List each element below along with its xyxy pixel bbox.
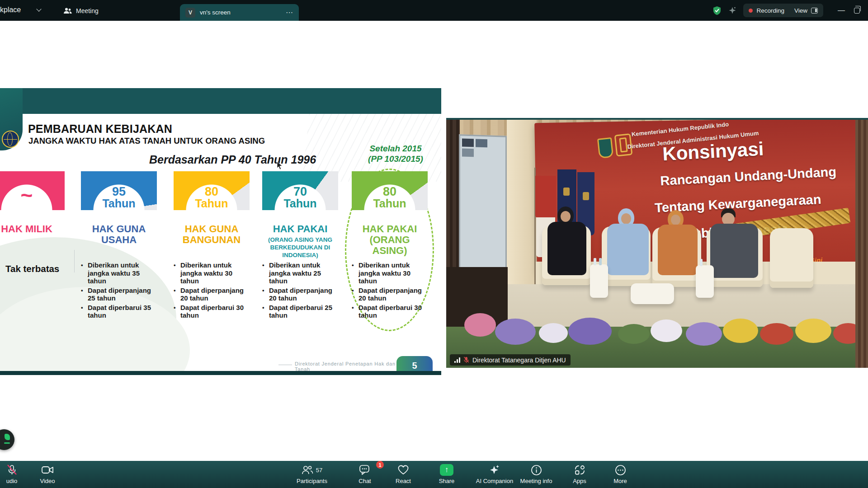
gauge-bullets: Diberikan untuk jangka waktu 35 tahunDap… — [81, 261, 159, 321]
gauge-row: ~ HAK MILIK Tak terbatas 95 Tahun HAK GU… — [0, 88, 441, 375]
column-divider — [74, 250, 75, 272]
heart-icon — [397, 465, 409, 475]
view-layout-icon[interactable] — [811, 8, 818, 14]
projection-screen — [459, 134, 507, 272]
title-bar: kplace Meeting V vn's screen ⋯ Recording… — [0, 0, 868, 21]
workspace-label[interactable]: kplace — [0, 6, 21, 14]
audio-level-icon — [454, 357, 460, 363]
gauge-column: ~ HAK MILIK Tak terbatas — [0, 88, 68, 375]
ai-companion-button[interactable]: AI Companion — [474, 464, 515, 486]
gauge-value: ~ — [0, 189, 68, 204]
gauge-bullets: Diberikan untuk jangka waktu 30 tahunDap… — [174, 261, 251, 321]
gauge-value-number: 80 — [205, 185, 218, 198]
mic-muted-icon — [463, 357, 469, 363]
tab-options-icon[interactable]: ⋯ — [286, 8, 293, 17]
info-icon — [531, 465, 542, 476]
gauge-value-unit: Tahun — [195, 197, 228, 210]
tab-vns-screen[interactable]: V vn's screen ⋯ — [180, 4, 299, 21]
participants-count: 57 — [316, 467, 322, 474]
flower-blob — [651, 319, 682, 342]
window-minimize-button[interactable]: — — [838, 6, 845, 14]
gauge-text: HAK MILIK — [0, 224, 68, 236]
react-label: React — [389, 478, 418, 484]
gauge-sublabel: (ORANG ASING YANG BERKEDUDUKAN DI INDONE… — [266, 236, 335, 259]
video-button[interactable]: Video — [32, 464, 63, 486]
recording-label: Recording — [756, 7, 784, 14]
side-table — [696, 265, 714, 298]
share-icon: ↑ — [440, 464, 453, 476]
gauge-value-number: 80 — [383, 185, 396, 198]
participants-icon — [302, 465, 313, 475]
chat-badge: 1 — [376, 461, 384, 469]
gauge-value-number: 70 — [293, 185, 307, 198]
gauge-value-number: ~ — [21, 183, 33, 207]
meeting-info-button[interactable]: Meeting info — [515, 464, 557, 486]
share-button[interactable]: ↑ Share — [433, 464, 460, 486]
meeting-info-label: Meeting info — [515, 478, 557, 484]
recording-view-pill: Recording View — [743, 4, 823, 17]
gauge-label: HAK GUNA USAHA — [83, 224, 155, 245]
video-top-strip — [446, 118, 868, 120]
gauge-column: 80 Tahun HAK PAKAI (ORANG ASING) Diberik… — [348, 88, 431, 375]
people-icon — [63, 7, 72, 14]
gauge-text: HAK GUNA USAHA — [77, 224, 160, 247]
ai-sparkle-icon[interactable] — [728, 6, 737, 15]
chat-button[interactable]: 1 Chat — [350, 464, 379, 486]
gauge-bullets: Diberikan untuk jangka waktu 30 tahunDap… — [352, 261, 429, 321]
indonesian-flag-red — [535, 176, 556, 219]
workspace-chevron-icon[interactable] — [36, 6, 41, 11]
apps-icon — [574, 465, 585, 476]
share-label: Share — [433, 478, 460, 484]
gauge-value-unit: Tahun — [373, 197, 406, 210]
security-shield-icon[interactable] — [712, 6, 722, 15]
flower-blob — [760, 323, 793, 345]
more-label: More — [607, 478, 634, 484]
banner-line2: Rancangan Undang-Undang — [660, 164, 837, 188]
footer-line — [278, 365, 292, 365]
mic-muted-icon — [6, 464, 18, 476]
audio-button[interactable]: udio — [0, 464, 26, 486]
gauge-label: HAK GUNA BANGUNAN — [175, 224, 248, 245]
flower-blob — [795, 319, 831, 343]
chat-label: Chat — [350, 478, 379, 484]
foliage-blob — [618, 324, 650, 344]
meeting-toolbar: udio Video 57 Participants — [0, 461, 868, 488]
banner-title: Konsinyasi — [662, 138, 764, 165]
video-label: Video — [32, 478, 63, 484]
camera-icon — [41, 465, 54, 475]
flower-blob — [723, 319, 758, 343]
react-button[interactable]: React — [389, 464, 418, 486]
curtain-right-edge — [855, 118, 868, 368]
more-button[interactable]: More — [607, 464, 634, 486]
apps-button[interactable]: Apps — [566, 464, 593, 486]
flower-blob — [539, 323, 568, 343]
tab-meeting[interactable]: Meeting — [60, 4, 102, 18]
recording-dot-icon — [749, 9, 753, 13]
flower-blob — [686, 322, 722, 346]
gauge-text: HAK GUNA BANGUNAN — [170, 224, 253, 247]
titlebar-right-cluster: Recording View — — [712, 0, 860, 21]
floating-widget[interactable] — [0, 429, 14, 450]
gauge-value: 70 Tahun — [259, 186, 342, 209]
slide-bottom-band — [0, 371, 441, 375]
panel-video-tile[interactable]: Kementerian Hukum Republik Indo Direktor… — [446, 118, 868, 368]
wall-pillar — [507, 118, 537, 294]
view-label[interactable]: View — [794, 7, 807, 14]
name-tag-label: Direktorat Tatanegara Ditjen AHU — [472, 357, 566, 364]
audio-label: udio — [0, 478, 26, 484]
participants-button[interactable]: 57 Participants — [289, 464, 335, 486]
gauge-value: 80 Tahun — [170, 186, 253, 209]
more-icon — [615, 465, 626, 476]
gauge-value: 95 Tahun — [77, 186, 160, 209]
window-restore-button[interactable] — [854, 8, 860, 14]
chat-icon — [359, 465, 371, 475]
tab-meeting-label: Meeting — [76, 7, 99, 14]
gauge-value-unit: Tahun — [283, 197, 316, 210]
gauge-value-number: 95 — [112, 185, 126, 198]
gauge-column: 95 Tahun HAK GUNA USAHA Diberikan untuk … — [77, 88, 160, 375]
gauge-value-unit: Tahun — [102, 197, 135, 210]
apps-label: Apps — [566, 478, 593, 484]
gauge-value: 80 Tahun — [348, 186, 431, 209]
tab-vns-screen-label: vn's screen — [200, 9, 281, 16]
gauge-column: 80 Tahun HAK GUNA BANGUNAN Diberikan unt… — [170, 88, 253, 375]
